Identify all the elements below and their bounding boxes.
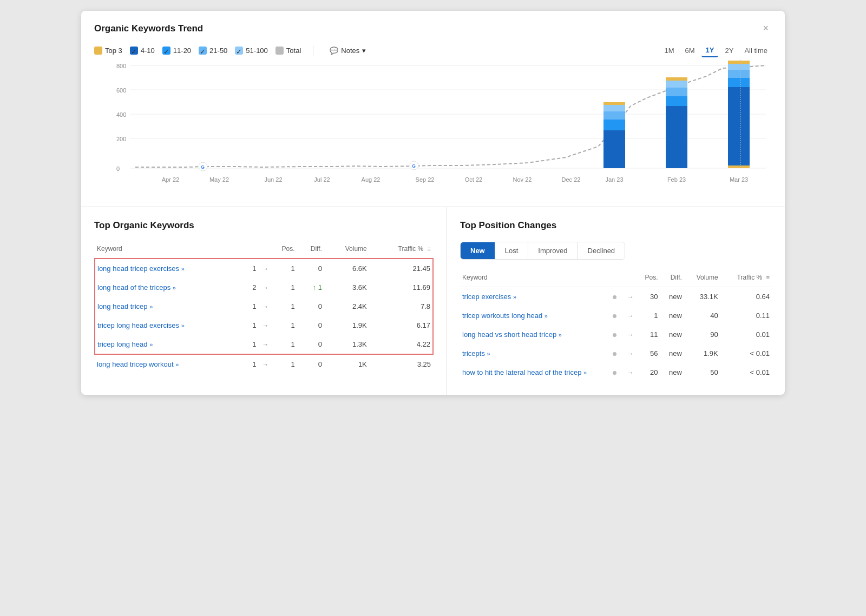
- pos-to: 56: [643, 344, 660, 363]
- svg-text:May 22: May 22: [209, 176, 229, 183]
- pos-from: 1: [244, 316, 258, 335]
- keyword-cell[interactable]: tricep workouts long head »: [460, 306, 611, 325]
- time-btn-all[interactable]: All time: [740, 44, 772, 57]
- keyword-cell[interactable]: tricep long head exercises »: [95, 316, 244, 335]
- volume-cell: 1K: [324, 354, 369, 374]
- volume-cell: 40: [684, 306, 720, 325]
- filter-icon[interactable]: ≡: [428, 246, 431, 252]
- svg-rect-18: [666, 81, 687, 88]
- keyword-cell[interactable]: tricepts »: [460, 344, 611, 363]
- traffic-cell: 7.8: [369, 297, 433, 316]
- legend-checkbox-4-10: ✓: [130, 47, 138, 55]
- legend-11-20[interactable]: ✓ 11-20: [162, 47, 191, 55]
- svg-text:Aug 22: Aug 22: [362, 176, 380, 183]
- pos-from: 1: [244, 335, 258, 354]
- legend-21-50[interactable]: ✓ 21-50: [199, 47, 227, 55]
- svg-rect-25: [728, 165, 750, 168]
- chart-svg: 800 600 400 200 0: [94, 57, 772, 198]
- legend-total[interactable]: Total: [275, 47, 301, 55]
- pos-to: 1: [283, 316, 297, 335]
- table-row: how to hit the lateral head of the trice…: [460, 363, 772, 382]
- notes-button[interactable]: 💬 Notes ▾: [325, 44, 370, 57]
- pos-to: 1: [643, 306, 660, 325]
- keyword-cell[interactable]: tricep exercises »: [460, 287, 611, 307]
- keyword-cell[interactable]: how to hit the lateral head of the trice…: [460, 363, 611, 382]
- traffic-cell: < 0.01: [720, 363, 772, 382]
- svg-rect-14: [603, 102, 625, 105]
- keyword-cell[interactable]: long head tricep exercises »: [95, 259, 244, 278]
- traffic-cell: < 0.01: [720, 344, 772, 363]
- position-section: Top Position Changes New Lost Improved D…: [447, 207, 785, 395]
- keyword-cell[interactable]: long head tricep »: [95, 297, 244, 316]
- svg-text:Feb 23: Feb 23: [667, 176, 686, 183]
- close-button[interactable]: ×: [759, 22, 772, 35]
- diff-cell: 0: [297, 335, 324, 354]
- col-keyword: Keyword: [95, 242, 244, 259]
- notes-icon: 💬: [330, 47, 338, 55]
- svg-rect-10: [603, 130, 625, 168]
- svg-text:0: 0: [116, 165, 120, 172]
- tab-declined[interactable]: Declined: [578, 242, 625, 259]
- arrow-cell: →: [624, 306, 643, 325]
- svg-text:Dec 22: Dec 22: [562, 176, 581, 183]
- svg-rect-11: [603, 120, 625, 130]
- time-btn-1y[interactable]: 1Y: [701, 44, 719, 57]
- volume-cell: 1.9K: [684, 344, 720, 363]
- tab-improved[interactable]: Improved: [528, 242, 578, 259]
- legend-51-100[interactable]: ✓ 51-100: [235, 47, 267, 55]
- legend-checkbox-top3: [94, 47, 102, 55]
- time-controls: 1M 6M 1Y 2Y All time: [660, 44, 772, 57]
- svg-text:Mar 23: Mar 23: [730, 176, 748, 183]
- pos-to: 11: [643, 325, 660, 344]
- arrow-cell: →: [624, 363, 643, 382]
- pos-col-volume: Volume: [684, 270, 720, 287]
- legend-4-10[interactable]: ✓ 4-10: [130, 47, 155, 55]
- svg-text:Apr 22: Apr 22: [162, 176, 179, 183]
- svg-rect-24: [728, 61, 750, 64]
- arrow-cell: →: [258, 316, 283, 335]
- chevron-down-icon: ▾: [362, 47, 366, 55]
- keyword-cell[interactable]: long head tricep workout »: [95, 354, 244, 374]
- svg-text:Jul 22: Jul 22: [314, 176, 330, 183]
- pos-from: 1: [244, 354, 258, 374]
- table-row: long head tricep exercises » 1 → 1 0 6.6…: [95, 259, 433, 278]
- time-btn-6m[interactable]: 6M: [681, 44, 699, 57]
- pos-col-pos: Pos.: [611, 270, 660, 287]
- tab-new[interactable]: New: [461, 242, 495, 259]
- traffic-cell: 0.01: [720, 325, 772, 344]
- keyword-cell[interactable]: tricep long head »: [95, 335, 244, 354]
- dot-cell: [611, 287, 624, 307]
- diff-cell: 0: [297, 316, 324, 335]
- pos-col-diff: Diff.: [660, 270, 684, 287]
- diff-cell: new: [660, 306, 684, 325]
- table-row: tricep long head » 1 → 1 0 1.3K 4.22: [95, 335, 433, 354]
- svg-text:G: G: [201, 164, 205, 170]
- traffic-cell: 11.69: [369, 278, 433, 297]
- table-row: tricep workouts long head » → 1 new 40 0…: [460, 306, 772, 325]
- diff-cell: 0: [297, 297, 324, 316]
- svg-rect-12: [603, 111, 625, 120]
- table-row: tricepts » → 56 new 1.9K < 0.01: [460, 344, 772, 363]
- pos-from: 2: [244, 278, 258, 297]
- keyword-cell[interactable]: long head vs short head tricep »: [460, 325, 611, 344]
- main-container: Organic Keywords Trend × Top 3 ✓ 4-10 ✓ …: [81, 11, 785, 395]
- legend-items: Top 3 ✓ 4-10 ✓ 11-20 ✓ 21-50 ✓ 51-100: [94, 44, 657, 57]
- keywords-section: Top Organic Keywords Keyword Pos. Diff. …: [81, 207, 447, 395]
- time-btn-1m[interactable]: 1M: [660, 44, 678, 57]
- diff-cell: new: [660, 363, 684, 382]
- col-diff: Diff.: [297, 242, 324, 259]
- keyword-cell[interactable]: long head of the triceps »: [95, 278, 244, 297]
- time-btn-2y[interactable]: 2Y: [720, 44, 738, 57]
- tab-lost[interactable]: Lost: [495, 242, 529, 259]
- pos-from: 1: [244, 259, 258, 278]
- legend-top3[interactable]: Top 3: [94, 47, 122, 55]
- svg-rect-22: [728, 70, 750, 78]
- svg-text:600: 600: [116, 87, 126, 94]
- dot-cell: [611, 325, 624, 344]
- svg-text:Jun 22: Jun 22: [264, 176, 282, 183]
- legend-checkbox-total: [275, 47, 284, 55]
- pos-filter-icon[interactable]: ≡: [766, 274, 770, 281]
- svg-rect-23: [728, 64, 750, 70]
- diff-cell: new: [660, 325, 684, 344]
- volume-cell: 50: [684, 363, 720, 382]
